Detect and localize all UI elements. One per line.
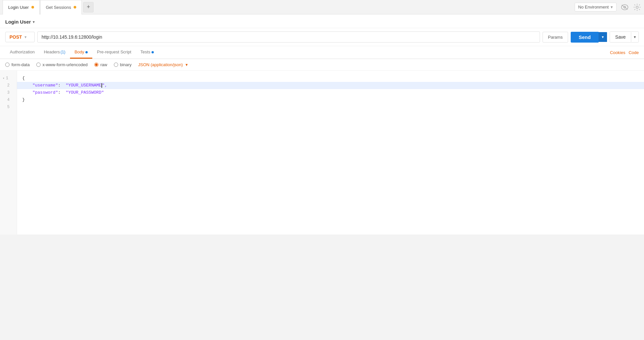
body-type-row: form-data x-www-form-urlencoded raw bina…	[0, 59, 644, 71]
code-line-4: }	[22, 96, 639, 104]
send-main-button[interactable]: Send	[571, 32, 599, 43]
request-tabs: Authorization Headers(1) Body Pre-reques…	[0, 46, 644, 59]
code-editor[interactable]: ▾ 1 2 3 4 5 { "username": "YOUR_USERNAME…	[0, 71, 644, 235]
environment-selector[interactable]: No Environment ▾	[575, 3, 617, 11]
tab-bar: Login User Get Sessions + No Environment…	[0, 0, 644, 14]
tab-authorization[interactable]: Authorization	[5, 46, 39, 59]
json-type-selector[interactable]: JSON (application/json) ▾	[138, 62, 188, 67]
line-num-5: 5	[0, 104, 17, 111]
save-button-group: Save ▾	[610, 31, 639, 43]
send-button-group: Send ▾	[571, 32, 607, 43]
tab-bar-right: No Environment ▾	[575, 3, 641, 11]
body-type-raw[interactable]: raw	[94, 62, 107, 67]
method-label: POST	[9, 34, 22, 40]
svg-line-2	[622, 5, 628, 9]
url-input[interactable]	[37, 31, 540, 43]
tab-get-sessions-dot	[74, 6, 76, 9]
request-title-row: Login User ▾	[0, 14, 644, 28]
body-type-binary[interactable]: binary	[114, 62, 132, 67]
tab-login-user[interactable]: Login User	[3, 0, 40, 14]
request-title: Login User	[5, 19, 31, 25]
code-link[interactable]: Code	[629, 50, 639, 55]
tests-tab-dot	[152, 51, 154, 53]
gear-icon-button[interactable]	[633, 3, 641, 11]
code-content[interactable]: { "username": "YOUR_USERNAME", "password…	[17, 71, 644, 235]
cookies-link[interactable]: Cookies	[610, 50, 625, 55]
tab-get-sessions[interactable]: Get Sessions	[40, 0, 82, 14]
tab-headers[interactable]: Headers(1)	[39, 46, 70, 59]
request-title-chevron[interactable]: ▾	[33, 20, 35, 24]
params-button[interactable]: Params	[543, 32, 568, 43]
line-num-1: ▾ 1	[0, 75, 17, 82]
tab-right-links: Cookies Code	[610, 50, 639, 55]
tab-pre-request-script[interactable]: Pre-request Script	[92, 46, 136, 59]
code-line-3: "password": "YOUR_PASSWORD"	[22, 89, 639, 96]
method-chevron: ▾	[25, 35, 27, 39]
tab-login-user-dot	[31, 6, 34, 9]
save-main-button[interactable]: Save	[610, 32, 631, 42]
tab-get-sessions-label: Get Sessions	[46, 5, 71, 10]
method-selector[interactable]: POST ▾	[5, 32, 35, 42]
code-line-2: "username": "YOUR_USERNAME",	[17, 82, 644, 89]
body-type-form-data[interactable]: form-data	[5, 62, 30, 67]
save-dropdown-button[interactable]: ▾	[631, 32, 638, 42]
line-num-2: 2	[0, 82, 17, 89]
send-dropdown-button[interactable]: ▾	[599, 32, 607, 42]
body-tab-dot	[85, 51, 88, 53]
tab-login-user-label: Login User	[8, 5, 29, 10]
url-bar-row: POST ▾ Params Send ▾ Save ▾	[0, 28, 644, 46]
line-num-4: 4	[0, 96, 17, 104]
tab-body[interactable]: Body	[70, 46, 93, 59]
environment-label: No Environment	[578, 5, 609, 9]
add-tab-button[interactable]: +	[83, 2, 94, 12]
eye-icon-button[interactable]	[620, 3, 629, 11]
code-line-5	[22, 104, 639, 111]
code-line-1: {	[22, 75, 639, 82]
tab-tests[interactable]: Tests	[136, 46, 158, 59]
svg-point-3	[636, 6, 638, 8]
body-type-urlencoded[interactable]: x-www-form-urlencoded	[36, 62, 88, 67]
line-numbers: ▾ 1 2 3 4 5	[0, 71, 17, 235]
environment-chevron: ▾	[611, 5, 613, 9]
line-num-3: 3	[0, 89, 17, 96]
